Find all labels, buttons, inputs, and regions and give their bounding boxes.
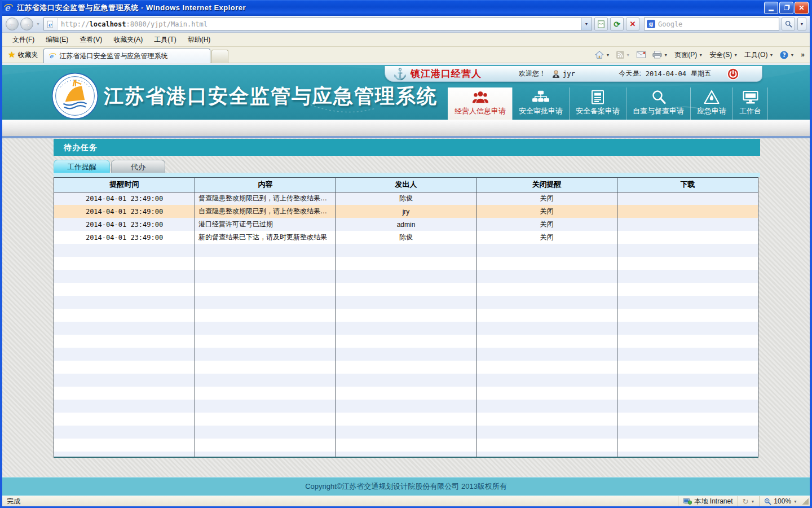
- close-reminder-link: [476, 361, 617, 374]
- menu-item-tools[interactable]: 工具(T): [148, 33, 182, 46]
- menu-item-edit[interactable]: 编辑(E): [40, 33, 74, 46]
- anchor-icon: ⚓: [393, 68, 407, 80]
- column-header-close: 关闭提醒: [476, 178, 617, 192]
- cell-content: [195, 283, 336, 296]
- nav-item-workbench[interactable]: 工作台: [732, 87, 768, 120]
- close-reminder-link[interactable]: 关闭: [476, 205, 617, 218]
- table-row: [54, 374, 758, 387]
- cell-download: [617, 335, 758, 348]
- intranet-zone: 本地 Intranet: [678, 496, 737, 506]
- help-button[interactable]: ? ▼: [777, 49, 797, 61]
- smartscreen-button[interactable]: ↻ ▼: [738, 496, 760, 506]
- table-row: [54, 283, 758, 296]
- address-toolbar: ← → ▼ e http://localhost:8080/yjpt/Main.…: [2, 16, 810, 33]
- address-input[interactable]: http://localhost:8080/yjpt/Main.html: [61, 20, 208, 28]
- search-button[interactable]: [782, 17, 795, 30]
- compatibility-view-button[interactable]: [594, 17, 608, 30]
- cell-time: [54, 309, 195, 322]
- search-box[interactable]: g: [644, 17, 779, 30]
- menu-item-file[interactable]: 文件(F): [7, 33, 40, 46]
- forward-button[interactable]: →: [20, 17, 33, 30]
- browser-tab[interactable]: e 江苏省港口安全监管与应急管理系统: [43, 49, 210, 63]
- menu-item-view[interactable]: 查看(V): [74, 33, 108, 46]
- column-header-download: 下载: [617, 178, 758, 192]
- home-button[interactable]: ▼: [592, 49, 612, 60]
- cell-sender: jry: [336, 205, 476, 218]
- table-row: [54, 361, 758, 374]
- print-button[interactable]: ▼: [650, 49, 670, 60]
- resize-grip[interactable]: [802, 498, 809, 505]
- cell-content: [195, 257, 336, 270]
- search-input[interactable]: [658, 20, 776, 28]
- nav-item-inspection[interactable]: 自查与督查申请: [626, 87, 690, 120]
- read-mail-button[interactable]: [634, 50, 648, 60]
- back-button[interactable]: ←: [6, 17, 19, 30]
- refresh-button[interactable]: ⟳: [610, 17, 624, 30]
- close-reminder-link: [476, 283, 617, 296]
- cell-content: [195, 335, 336, 348]
- safety-menu-button[interactable]: 安全(S)▼: [707, 49, 740, 62]
- close-reminder-link[interactable]: 关闭: [476, 218, 617, 231]
- reminder-table: 提醒时间 内容 发出人 关闭提醒 下载 2014-04-01 23:49:00督…: [54, 178, 758, 458]
- close-reminder-link: [476, 400, 617, 413]
- address-bar[interactable]: e http://localhost:8080/yjpt/Main.html ▼: [43, 17, 592, 30]
- favorites-button[interactable]: ★ 收藏夹: [2, 47, 43, 63]
- table-row: 2014-04-01 23:49:00自查隐患整改期限已到，请上传整改结果…jr…: [54, 205, 758, 218]
- close-reminder-link: [476, 309, 617, 322]
- new-tab-stub[interactable]: [211, 50, 228, 63]
- footer-copyright: Copyright©江苏省交通规划设计院股份有限公司 2013版权所有: [305, 481, 507, 492]
- history-dropdown-icon[interactable]: ▼: [36, 22, 40, 26]
- close-button[interactable]: ✕: [795, 2, 809, 14]
- cell-content: [195, 439, 336, 452]
- cell-download: [617, 374, 758, 387]
- close-reminder-link[interactable]: 关闭: [476, 192, 617, 205]
- printer-icon: [652, 51, 662, 59]
- table-row: [54, 387, 758, 400]
- zoom-control[interactable]: 100% ▼: [759, 496, 802, 506]
- feed-button[interactable]: ▼: [614, 49, 633, 60]
- menu-item-favorites[interactable]: 收藏夹(A): [108, 33, 148, 46]
- welcome-label: 欢迎您！: [519, 69, 546, 78]
- column-header-sender: 发出人: [336, 178, 476, 192]
- menu-item-help[interactable]: 帮助(H): [182, 33, 217, 46]
- monitor-icon: [743, 90, 758, 104]
- minimize-button[interactable]: [764, 2, 778, 14]
- cell-download: [617, 192, 758, 205]
- tab-delegate[interactable]: 代办: [111, 160, 165, 173]
- tools-menu-button[interactable]: 工具(O)▼: [742, 49, 776, 62]
- cell-time: [54, 452, 195, 458]
- cell-content: [195, 296, 336, 309]
- cell-time: [54, 439, 195, 452]
- tab-title: 江苏省港口安全监管与应急管理系统: [59, 51, 167, 61]
- toolbar-overflow-chevron[interactable]: »: [798, 49, 807, 60]
- tab-work-reminder[interactable]: 工作提醒: [54, 160, 110, 173]
- nav-item-safety-approval[interactable]: 安全审批申请: [512, 87, 569, 120]
- cell-sender: [336, 426, 476, 439]
- nav-item-emergency[interactable]: 应急申请: [690, 87, 732, 120]
- logout-button[interactable]: [727, 68, 739, 80]
- search-dropdown-button[interactable]: ▼: [797, 17, 806, 30]
- close-reminder-link[interactable]: 关闭: [476, 231, 617, 244]
- cell-time: 2014-04-01 23:49:00: [54, 218, 195, 231]
- browser-window: e 江苏省港口安全监管与应急管理系统 - Windows Internet Ex…: [0, 0, 812, 508]
- table-header-row: 提醒时间 内容 发出人 关闭提醒 下载: [54, 178, 758, 192]
- cell-download: [617, 205, 758, 218]
- cell-time: [54, 283, 195, 296]
- close-reminder-link: [476, 413, 617, 426]
- stop-button[interactable]: ✕: [626, 17, 639, 30]
- cell-sender: [336, 400, 476, 413]
- ie-page-icon: e: [46, 20, 54, 28]
- cell-sender: 陈俊: [336, 231, 476, 244]
- page-menu-button[interactable]: 页面(P)▼: [672, 49, 705, 62]
- users-icon: [472, 90, 489, 104]
- address-dropdown-button[interactable]: ▼: [581, 18, 592, 30]
- restore-button[interactable]: [779, 2, 793, 14]
- cell-time: [54, 426, 195, 439]
- cell-time: [54, 335, 195, 348]
- sub-header-band: [2, 120, 810, 138]
- nav-item-safety-record[interactable]: 安全备案申请: [569, 87, 626, 120]
- cell-time: [54, 361, 195, 374]
- cell-download: [617, 452, 758, 458]
- site-header: 江苏省港口安全监管与应急管理系统 ⚓ 镇江港口经营人 欢迎您！ jyr 今天是:…: [2, 63, 810, 120]
- nav-item-operator-info[interactable]: 经营人信息申请: [448, 87, 512, 120]
